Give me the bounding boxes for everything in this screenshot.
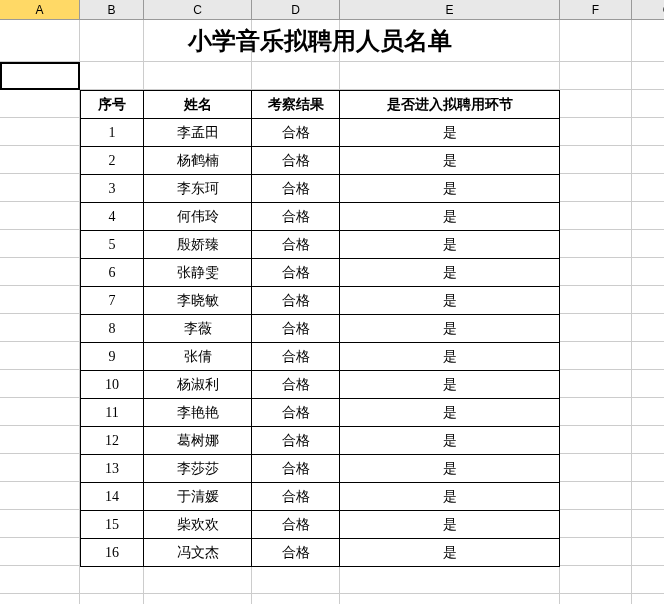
grid-cell[interactable] [0, 314, 80, 342]
grid-cell[interactable] [632, 258, 664, 286]
grid-cell[interactable] [560, 20, 632, 62]
cell-advance[interactable]: 是 [340, 399, 560, 427]
cell-seq[interactable]: 8 [81, 315, 144, 343]
cell-advance[interactable]: 是 [340, 203, 560, 231]
grid-cell[interactable] [0, 482, 80, 510]
grid-cell[interactable] [0, 398, 80, 426]
grid-cell[interactable] [632, 202, 664, 230]
grid-cell[interactable] [632, 286, 664, 314]
grid-cell[interactable] [632, 20, 664, 62]
grid-cell[interactable] [560, 454, 632, 482]
cell-advance[interactable]: 是 [340, 455, 560, 483]
cell-name[interactable]: 殷娇臻 [144, 231, 252, 259]
cell-result[interactable]: 合格 [252, 119, 340, 147]
cell-advance[interactable]: 是 [340, 287, 560, 315]
grid-cell[interactable] [0, 174, 80, 202]
cell-name[interactable]: 葛树娜 [144, 427, 252, 455]
grid-cell[interactable] [632, 314, 664, 342]
cell-result[interactable]: 合格 [252, 427, 340, 455]
grid-cell[interactable] [632, 174, 664, 202]
cell-name[interactable]: 于清媛 [144, 483, 252, 511]
grid-cell[interactable] [632, 230, 664, 258]
grid-cell[interactable] [632, 118, 664, 146]
col-header-F[interactable]: F [560, 0, 632, 20]
grid-cell[interactable] [0, 146, 80, 174]
cell-seq[interactable]: 5 [81, 231, 144, 259]
cell-advance[interactable]: 是 [340, 315, 560, 343]
grid-cell[interactable] [560, 286, 632, 314]
cell-seq[interactable]: 3 [81, 175, 144, 203]
cell-result[interactable]: 合格 [252, 539, 340, 567]
cell-advance[interactable]: 是 [340, 231, 560, 259]
grid-cell[interactable] [560, 314, 632, 342]
cell-seq[interactable]: 13 [81, 455, 144, 483]
grid-cell[interactable] [632, 398, 664, 426]
col-header-result[interactable]: 考察结果 [252, 91, 340, 119]
grid-cell[interactable] [632, 90, 664, 118]
grid-cell[interactable] [0, 594, 80, 604]
cell-result[interactable]: 合格 [252, 175, 340, 203]
cell-result[interactable]: 合格 [252, 147, 340, 175]
cell-seq[interactable]: 1 [81, 119, 144, 147]
grid-cell[interactable] [560, 118, 632, 146]
grid-cell[interactable] [560, 398, 632, 426]
cell-seq[interactable]: 14 [81, 483, 144, 511]
cell-result[interactable]: 合格 [252, 455, 340, 483]
cell-name[interactable]: 何伟玲 [144, 203, 252, 231]
grid-cell[interactable] [0, 286, 80, 314]
col-header-C[interactable]: C [144, 0, 252, 20]
grid-cell[interactable] [0, 370, 80, 398]
grid-cell[interactable] [0, 20, 80, 62]
cell-result[interactable]: 合格 [252, 231, 340, 259]
cell-seq[interactable]: 7 [81, 287, 144, 315]
grid-cell[interactable] [560, 342, 632, 370]
cell-advance[interactable]: 是 [340, 175, 560, 203]
grid-cell[interactable] [340, 566, 560, 594]
grid-cell[interactable] [0, 538, 80, 566]
grid-cell[interactable] [632, 594, 664, 604]
cell-name[interactable]: 张倩 [144, 343, 252, 371]
cell-result[interactable]: 合格 [252, 511, 340, 539]
cell-advance[interactable]: 是 [340, 539, 560, 567]
cell-name[interactable]: 李薇 [144, 315, 252, 343]
col-header-B[interactable]: B [80, 0, 144, 20]
grid-cell[interactable] [560, 370, 632, 398]
cell-name[interactable]: 杨鹤楠 [144, 147, 252, 175]
grid-cell[interactable] [632, 538, 664, 566]
grid-cell[interactable] [0, 510, 80, 538]
cell-advance[interactable]: 是 [340, 119, 560, 147]
cell-seq[interactable]: 6 [81, 259, 144, 287]
grid-cell[interactable] [560, 174, 632, 202]
grid-cell[interactable] [560, 90, 632, 118]
cell-seq[interactable]: 10 [81, 371, 144, 399]
grid-cell[interactable] [80, 594, 144, 604]
cell-name[interactable]: 李东珂 [144, 175, 252, 203]
grid-cell[interactable] [0, 342, 80, 370]
grid-cell[interactable] [252, 62, 340, 90]
cell-name[interactable]: 杨淑利 [144, 371, 252, 399]
cell-result[interactable]: 合格 [252, 483, 340, 511]
grid-cell[interactable] [632, 370, 664, 398]
col-header-advance[interactable]: 是否进入拟聘用环节 [340, 91, 560, 119]
grid-cell[interactable] [0, 258, 80, 286]
col-header-G[interactable]: G [632, 0, 664, 20]
grid-cell[interactable] [252, 594, 340, 604]
grid-cell[interactable] [560, 426, 632, 454]
grid-cell[interactable] [632, 62, 664, 90]
cell-advance[interactable]: 是 [340, 511, 560, 539]
cell-seq[interactable]: 15 [81, 511, 144, 539]
grid-cell[interactable] [632, 510, 664, 538]
cell-name[interactable]: 李莎莎 [144, 455, 252, 483]
grid-cell[interactable] [632, 342, 664, 370]
grid-cell[interactable] [560, 482, 632, 510]
grid-cell[interactable] [632, 482, 664, 510]
col-header-A[interactable]: A [0, 0, 80, 20]
grid-cell[interactable] [560, 202, 632, 230]
grid-cell[interactable] [144, 594, 252, 604]
cell-advance[interactable]: 是 [340, 371, 560, 399]
col-header-D[interactable]: D [252, 0, 340, 20]
grid-cell[interactable] [0, 202, 80, 230]
grid-cell[interactable] [632, 426, 664, 454]
grid-cell[interactable] [0, 426, 80, 454]
cell-name[interactable]: 柴欢欢 [144, 511, 252, 539]
